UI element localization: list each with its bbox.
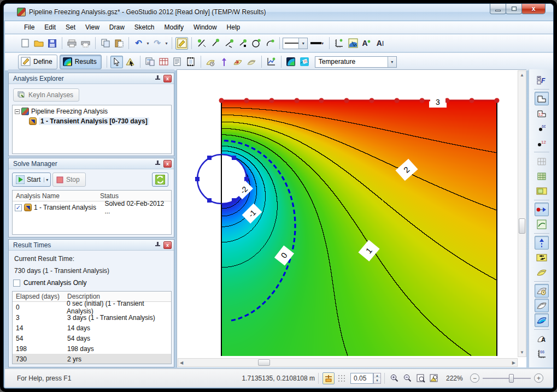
zoom-slider-minus[interactable]: − (470, 373, 479, 383)
current-analysis-only-checkbox[interactable]: ✓ (13, 280, 20, 287)
line-style-combo[interactable]: ▾ (283, 38, 308, 49)
sketch-axes-button[interactable] (333, 37, 345, 50)
menu-draw[interactable]: Draw (104, 22, 130, 33)
view-regions-button[interactable] (535, 92, 549, 105)
select-graph-button[interactable] (347, 37, 359, 50)
analysis-explorer-header[interactable]: Analysis Explorer x (9, 73, 174, 84)
view-result-contours-button[interactable] (285, 56, 297, 68)
save-button[interactable] (46, 37, 58, 50)
zoom-page-button[interactable] (415, 372, 427, 384)
format-text-button[interactable]: A (360, 37, 373, 50)
menu-view[interactable]: View (80, 22, 104, 33)
open-file-button[interactable] (32, 37, 45, 50)
keyin-analyses-button[interactable]: KeyIn Analyses (13, 88, 79, 102)
view-nodes-button[interactable]: 66 (535, 121, 549, 135)
redo-button[interactable]: ↷ (151, 37, 163, 50)
scroll-right-icon[interactable]: ▶ (512, 360, 515, 365)
window-select-tool[interactable] (124, 56, 137, 68)
print-button[interactable] (66, 37, 78, 50)
view-contour-lines-button[interactable] (535, 299, 549, 312)
menu-modify[interactable]: Modify (160, 22, 189, 33)
copy-button[interactable] (99, 37, 112, 50)
line-style-dropdown-arrow[interactable]: ▾ (298, 38, 307, 49)
panel-close-icon[interactable]: x (163, 160, 172, 168)
tree-collapse-icon[interactable] (15, 109, 20, 114)
define-button[interactable]: Define (18, 55, 57, 69)
result-time-row[interactable]: 5454 days (13, 333, 171, 343)
field-combo[interactable]: Temperature ▾ (315, 56, 397, 68)
menu-file[interactable]: File (19, 22, 39, 33)
result-time-row[interactable]: 00 sec (initial) (1 - Transient Analysis… (13, 302, 171, 312)
horizontal-scroll-thumb[interactable] (258, 359, 270, 366)
results-button[interactable]: Results (60, 55, 102, 69)
draw-lines-tool[interactable] (222, 37, 235, 50)
view-contour-labels-button[interactable]: A (535, 332, 549, 346)
paste-button[interactable] (113, 37, 125, 50)
horizontal-scrollbar[interactable]: ◀ ▶ (178, 358, 518, 367)
pin-icon[interactable] (154, 160, 161, 167)
view-report-button[interactable] (171, 56, 184, 68)
panel-close-icon[interactable]: x (163, 241, 172, 249)
scroll-up-icon[interactable]: ▲ (520, 73, 524, 78)
vertical-scrollbar[interactable]: ▲ ▼ (518, 70, 526, 357)
draw-vectors-tool[interactable] (218, 56, 231, 68)
insert-text-button[interactable]: AI (374, 37, 386, 50)
view-graph-regions-button[interactable] (535, 217, 549, 231)
grid-spacing-spinner[interactable]: ▲▼ (373, 373, 381, 384)
solve-manager-header[interactable]: Solve Manager x (9, 158, 174, 169)
start-button[interactable]: Start ▾ (12, 173, 51, 187)
pin-icon[interactable] (154, 241, 161, 248)
view-contour-shading-button[interactable] (535, 313, 549, 327)
draw-isolines-tool[interactable] (245, 56, 258, 68)
restore-button[interactable] (506, 4, 522, 14)
solve-row[interactable]: ✓ ◥ 1 - Transient Analysis Solved 02-Feb… (13, 201, 171, 213)
menu-set[interactable]: Set (61, 22, 80, 33)
menu-help[interactable]: Help (222, 22, 245, 33)
line-weight-combo[interactable]: ▾ (308, 37, 326, 50)
minimize-button[interactable] (490, 4, 506, 14)
grid-spacing-input[interactable]: 0.05 (350, 373, 373, 384)
undo-dropdown[interactable]: ▾ (145, 38, 150, 49)
pin-icon[interactable] (154, 75, 161, 82)
zoom-slider-thumb[interactable] (509, 374, 514, 383)
menu-edit[interactable]: Edit (39, 22, 61, 33)
zoom-slider[interactable] (483, 373, 531, 384)
analysis-checkbox[interactable]: ✓ (15, 204, 22, 211)
zoom-in-button[interactable] (389, 372, 401, 384)
view-boundary-conditions-button[interactable] (535, 203, 549, 216)
view-table-button[interactable] (157, 56, 170, 68)
view-materials-button[interactable] (535, 184, 549, 198)
menu-window[interactable]: Window (189, 22, 222, 33)
select-tool[interactable] (110, 56, 123, 68)
tree-root-item[interactable]: Pipeline Freezing Analysis (13, 105, 171, 115)
animation-button[interactable] (185, 56, 197, 68)
result-time-row[interactable]: 1414 days (13, 323, 171, 333)
redo-dropdown[interactable]: ▾ (164, 38, 169, 49)
draw-flux-sections-tool[interactable] (232, 56, 244, 68)
drawing-canvas-area[interactable]: 3 2 1 0 -1 -2 ▲ ▼ ◀ ▶ (177, 69, 526, 367)
highlight-object-tool[interactable] (175, 37, 188, 50)
scroll-left-icon[interactable]: ◀ (180, 360, 183, 365)
view-contour-labels-button[interactable]: 70 (298, 56, 311, 68)
draw-points-tool[interactable] (236, 37, 249, 50)
title-bar[interactable]: Pipeline Freezing Analysis.gsz* - GeoStu… (4, 4, 553, 20)
stop-button[interactable]: Stop (52, 173, 86, 187)
view-function-labels-button[interactable]: F (535, 73, 549, 87)
panel-close-icon[interactable]: x (163, 75, 172, 82)
draw-regions-tool[interactable] (209, 37, 221, 50)
zoom-objects-button[interactable] (428, 372, 440, 384)
draw-boundary-conditions-tool[interactable] (195, 37, 208, 50)
zoom-out-button[interactable] (402, 372, 414, 384)
view-mesh-button[interactable] (535, 155, 549, 168)
draw-graph-button[interactable] (265, 56, 278, 68)
view-axes-button[interactable]: 66 (535, 347, 549, 360)
view-vectors-button[interactable] (535, 236, 549, 250)
undo-button[interactable]: ↶ (132, 37, 145, 50)
view-node-numbers-button[interactable]: 12 (535, 136, 549, 150)
print-preview-button[interactable] (79, 37, 92, 50)
copy-picture-button[interactable] (144, 56, 156, 68)
coordinate-readout-toggle[interactable] (323, 372, 335, 384)
close-button[interactable]: x (521, 4, 546, 14)
zoom-slider-plus[interactable]: + (534, 373, 543, 383)
draw-circle-tool[interactable] (250, 37, 262, 50)
